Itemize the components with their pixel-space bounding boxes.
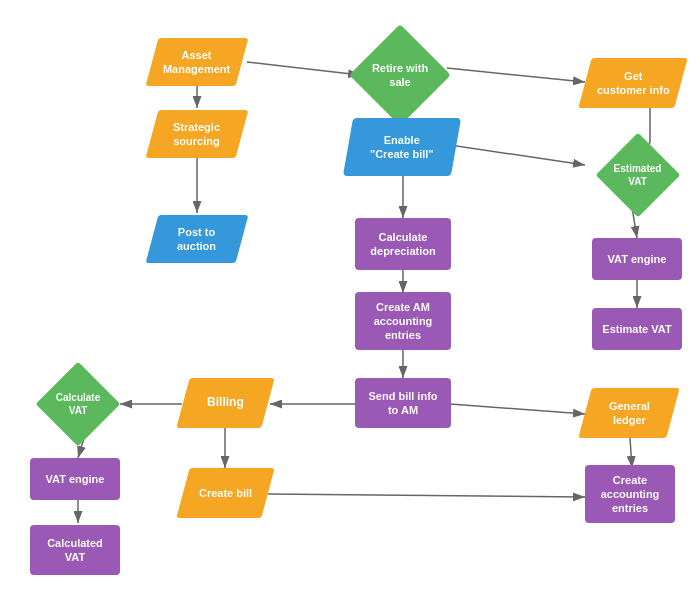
create-accounting-entries-label: Create accounting entries bbox=[601, 473, 660, 516]
calculated-vat-label: Calculated VAT bbox=[47, 536, 103, 565]
create-am-entries-node: Create AM accounting entries bbox=[355, 292, 451, 350]
asset-management-label: Asset Management bbox=[163, 48, 230, 77]
vat-engine-left-node: VAT engine bbox=[30, 458, 120, 500]
create-am-entries-label: Create AM accounting entries bbox=[374, 300, 433, 343]
diagram-container: Asset Management Strategic sourcing Post… bbox=[0, 0, 700, 613]
estimate-vat-node: Estimate VAT bbox=[592, 308, 682, 350]
asset-management-node: Asset Management bbox=[146, 38, 249, 86]
svg-line-6 bbox=[447, 68, 585, 82]
get-customer-info-label: Get customer info bbox=[597, 69, 670, 98]
create-bill-label: Create bill bbox=[199, 486, 252, 500]
general-ledger-label: General ledger bbox=[609, 399, 650, 428]
vat-engine-right-node: VAT engine bbox=[592, 238, 682, 280]
svg-line-22 bbox=[630, 438, 632, 468]
enable-create-bill-node: Enable "Create bill" bbox=[343, 118, 461, 176]
calculate-depreciation-node: Calculate depreciation bbox=[355, 218, 451, 270]
calculate-depreciation-label: Calculate depreciation bbox=[370, 230, 435, 259]
billing-label: Billing bbox=[207, 395, 244, 411]
calculated-vat-node: Calculated VAT bbox=[30, 525, 120, 575]
enable-create-bill-label: Enable "Create bill" bbox=[370, 133, 434, 162]
retire-with-sale-node: Retire withsale bbox=[355, 30, 445, 120]
calculate-vat-node: CalculateVAT bbox=[38, 368, 118, 440]
post-auction-node: Post to auction bbox=[146, 215, 249, 263]
strategic-sourcing-node: Strategic sourcing bbox=[146, 110, 249, 158]
send-bill-info-node: Send bill info to AM bbox=[355, 378, 451, 428]
send-bill-info-label: Send bill info to AM bbox=[368, 389, 437, 418]
general-ledger-node: General ledger bbox=[578, 388, 679, 438]
billing-node: Billing bbox=[176, 378, 274, 428]
estimated-vat-node: EstimatedVAT bbox=[595, 140, 680, 210]
svg-line-9 bbox=[450, 145, 585, 165]
post-auction-label: Post to auction bbox=[177, 225, 216, 254]
strategic-sourcing-label: Strategic sourcing bbox=[173, 120, 220, 149]
svg-line-16 bbox=[450, 404, 585, 414]
retire-with-sale-label: Retire withsale bbox=[372, 61, 428, 90]
create-accounting-entries-node: Create accounting entries bbox=[585, 465, 675, 523]
vat-engine-right-label: VAT engine bbox=[608, 252, 667, 266]
estimate-vat-label: Estimate VAT bbox=[602, 322, 671, 336]
calculate-vat-label: CalculateVAT bbox=[56, 391, 100, 417]
estimated-vat-label: EstimatedVAT bbox=[614, 162, 662, 188]
svg-line-3 bbox=[247, 62, 360, 75]
vat-engine-left-label: VAT engine bbox=[46, 472, 105, 486]
create-bill-node: Create bill bbox=[176, 468, 274, 518]
svg-line-21 bbox=[268, 494, 585, 497]
get-customer-info-node: Get customer info bbox=[578, 58, 687, 108]
